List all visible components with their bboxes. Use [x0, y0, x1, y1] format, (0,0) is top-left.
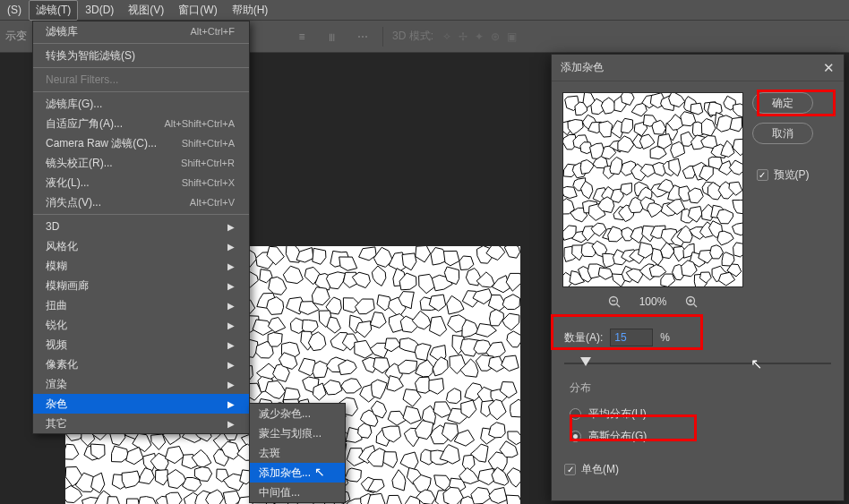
pan-icon[interactable]: ✢ [459, 30, 467, 43]
svg-line-5 [694, 304, 698, 308]
menu-vanishing-point[interactable]: 消失点(V)...Alt+Ctrl+V [33, 192, 249, 212]
slider-thumb[interactable] [580, 357, 591, 366]
align-icon-1[interactable]: ≡ [291, 26, 313, 47]
separator [33, 67, 249, 68]
zoom-in-icon[interactable] [684, 295, 699, 309]
menu-convert-smart[interactable]: 转换为智能滤镜(S) [33, 46, 249, 65]
label-3d-mode: 3D 模式: [392, 29, 433, 44]
menu-camera-raw[interactable]: Camera Raw 滤镜(C)...Shift+Ctrl+A [33, 133, 249, 153]
dialog-title-text: 添加杂色 [561, 60, 604, 75]
distribution-label: 分布 [570, 380, 831, 396]
menu-window[interactable]: 窗口(W) [171, 0, 224, 21]
preview-checkbox[interactable]: ✓ [757, 169, 768, 181]
menu-adaptive-wide[interactable]: 自适应广角(A)...Alt+Shift+Ctrl+A [33, 114, 249, 133]
menu-cat-blur[interactable]: 模糊▶ [33, 256, 249, 276]
orbit-icon[interactable]: ✧ [442, 30, 451, 43]
menu-help[interactable]: 帮助(H) [225, 0, 276, 21]
submenu-despeckle[interactable]: 去斑 [250, 443, 345, 463]
filter-menu-dropdown: 滤镜库Alt+Ctrl+F 转换为智能滤镜(S) Neural Filters.… [32, 21, 250, 434]
separator [33, 91, 249, 92]
preview-box[interactable] [562, 92, 743, 287]
3d-mode-icons: ✧ ✢ ✦ ⊛ ▣ [442, 30, 517, 43]
menu-s[interactable]: (S) [0, 1, 29, 19]
submenu-dust-scratches[interactable]: 蒙尘与划痕... [250, 423, 345, 443]
menu-filter-gallery[interactable]: 滤镜库(G)... [33, 94, 249, 114]
zoom-controls: 100% [562, 295, 743, 309]
mono-label: 单色(M) [581, 462, 619, 477]
menu-lens-correction[interactable]: 镜头校正(R)...Shift+Ctrl+R [33, 153, 249, 173]
menu-cat-3d[interactable]: 3D▶ [33, 217, 249, 236]
add-noise-dialog: 添加杂色 ✕ 100% 确定 取消 ✓ 预览(P) [551, 54, 845, 501]
menu-view[interactable]: 视图(V) [121, 0, 171, 21]
menu-cat-noise[interactable]: 杂色▶ [33, 394, 249, 414]
noise-submenu: 减少杂色... 蒙尘与划痕... 去斑 添加杂色... 中间值... ↖ [249, 403, 346, 503]
separator [33, 214, 249, 215]
menu-cat-pixelate[interactable]: 像素化▶ [33, 355, 249, 374]
close-icon[interactable]: ✕ [823, 60, 835, 76]
percent-label: % [660, 331, 670, 344]
submenu-reduce-noise[interactable]: 减少杂色... [250, 404, 345, 423]
menubar: (S) 滤镜(T) 3D(D) 视图(V) 窗口(W) 帮助(H) [0, 0, 849, 21]
zoom-level: 100% [639, 295, 667, 308]
amount-label: 数量(A): [564, 330, 603, 346]
radio-icon[interactable] [570, 431, 581, 442]
menu-cat-distort[interactable]: 扭曲▶ [33, 295, 249, 315]
zoom-3d-icon[interactable]: ✦ [475, 30, 484, 43]
align-icon-2[interactable]: ⫼ [322, 26, 343, 47]
align-icon-3[interactable]: ⋯ [352, 26, 373, 47]
menu-last-filter[interactable]: 滤镜库Alt+Ctrl+F [33, 21, 249, 41]
options-label: 示变 [5, 29, 27, 44]
dialog-titlebar: 添加杂色 ✕ [552, 55, 844, 81]
submenu-median[interactable]: 中间值... [250, 483, 345, 502]
radio-icon[interactable] [570, 408, 581, 420]
amount-slider[interactable]: ↖ [564, 354, 831, 372]
menu-cat-blur-gallery[interactable]: 模糊画廊▶ [33, 276, 249, 295]
menu-neural-filters[interactable]: Neural Filters... [33, 70, 249, 90]
radio-uniform[interactable]: 平均分布(U) [564, 403, 831, 425]
separator [33, 43, 249, 44]
menu-cat-render[interactable]: 渲染▶ [33, 374, 249, 394]
svg-line-2 [616, 304, 620, 308]
menu-cat-sharpen[interactable]: 锐化▶ [33, 315, 249, 335]
mono-checkbox[interactable]: ✓ [564, 464, 576, 475]
submenu-add-noise[interactable]: 添加杂色... [250, 463, 345, 483]
menu-3d[interactable]: 3D(D) [78, 1, 121, 19]
menu-cat-stylize[interactable]: 风格化▶ [33, 236, 249, 256]
menu-filter[interactable]: 滤镜(T) [29, 0, 78, 21]
cancel-button[interactable]: 取消 [752, 123, 813, 144]
camera-icon[interactable]: ▣ [507, 30, 517, 43]
rotate-icon[interactable]: ⊛ [491, 30, 500, 43]
menu-cat-other[interactable]: 其它▶ [33, 414, 249, 433]
menu-liquify[interactable]: 液化(L)...Shift+Ctrl+X [33, 173, 249, 192]
separator [382, 27, 383, 47]
cursor-icon: ↖ [750, 355, 762, 372]
preview-label: 预览(P) [774, 167, 810, 183]
radio-gaussian[interactable]: 高斯分布(G) [564, 425, 831, 448]
menu-cat-video[interactable]: 视频▶ [33, 335, 249, 355]
amount-input[interactable] [610, 329, 653, 346]
zoom-out-icon[interactable] [607, 295, 622, 309]
ok-button[interactable]: 确定 [752, 92, 813, 114]
